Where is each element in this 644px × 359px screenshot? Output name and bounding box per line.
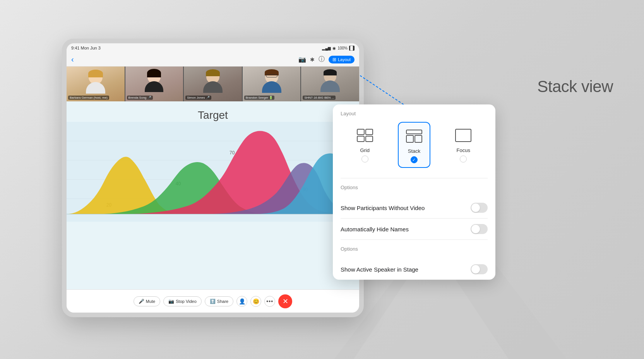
battery-icon: ▉ [349, 46, 355, 51]
participant-tile-brandon[interactable]: Brandon Seeger 🔋 [243, 67, 301, 101]
stop-video-button[interactable]: 📷 Stop Video [163, 296, 202, 306]
grid-radio[interactable] [361, 156, 368, 162]
options-section-header: Options [333, 178, 495, 197]
svg-rect-18 [456, 129, 471, 142]
signal-icon: ▂▄▆ [322, 46, 331, 50]
svg-line-10 [360, 75, 406, 106]
layout-button[interactable]: ⊞ Layout [329, 56, 355, 63]
svg-rect-17 [415, 135, 422, 142]
options-section-title: Options [341, 185, 488, 190]
share-icon: ⬆️ [210, 299, 216, 304]
mute-button[interactable]: 🎤 Mute [134, 296, 160, 306]
participant-name-shn: SHN7-16-BIG BEN ... [303, 96, 336, 100]
reactions-icon: 😊 [253, 298, 259, 304]
focus-label: Focus [457, 147, 470, 153]
page-title: Stack view [537, 77, 613, 96]
active-speaker-toggle[interactable] [471, 264, 488, 274]
svg-rect-16 [406, 135, 413, 142]
stop-video-label: Stop Video [176, 299, 197, 304]
active-speaker-label: Show Active Speaker in Stage [341, 266, 418, 273]
end-icon: ✕ [283, 297, 288, 306]
participants-icon: 👤 [239, 298, 245, 304]
participant-tile-brenda[interactable]: Brenda Song 🎤 [125, 67, 183, 101]
layout-section-title: Layout [341, 111, 488, 116]
participant-name-brenda: Brenda Song 🎤 [127, 96, 153, 100]
bluetooth-icon[interactable]: ✱ [310, 56, 315, 63]
participant-name-brandon: Brandon Seeger 🔋 [244, 96, 275, 100]
layout-panel: Layout Grid [333, 104, 495, 280]
show-participants-toggle[interactable] [471, 203, 488, 213]
show-participants-label: Show Participants Without Video [341, 205, 425, 211]
stack-label: Stack [408, 148, 421, 154]
status-bar: 9:41 Mon Jun 3 ▂▄▆ ◉ 100% ▉ [67, 43, 359, 53]
status-time: 9:41 Mon Jun 3 [71, 46, 101, 50]
layout-section: Layout Grid [333, 104, 495, 178]
svg-text:70: 70 [230, 150, 235, 156]
participant-name-simon: Simon Jones 🎤 [185, 96, 211, 100]
ipad-side-button [62, 170, 63, 186]
wifi-icon: ◉ [332, 46, 336, 50]
mute-icon: 🎤 [139, 299, 144, 304]
svg-rect-15 [406, 130, 422, 134]
share-button[interactable]: ⬆️ Share [205, 296, 233, 306]
layout-option-focus[interactable]: Focus [448, 122, 479, 166]
participant-tile-shn[interactable]: SHN7-16-BIG BEN ... [301, 67, 359, 101]
focus-icon-box [452, 126, 475, 145]
reactions-button[interactable]: 😊 [250, 296, 261, 307]
participant-tile-simon[interactable]: Simon Jones 🎤 [184, 67, 242, 101]
mute-label: Mute [146, 299, 155, 304]
option-row-show-participants: Show Participants Without Video [333, 197, 495, 218]
ipad-screen: 9:41 Mon Jun 3 ▂▄▆ ◉ 100% ▉ ‹ 📷 ✱ ⓘ [67, 43, 359, 313]
status-right: ▂▄▆ ◉ 100% ▉ [322, 46, 355, 51]
stack-icon [406, 129, 423, 143]
back-button[interactable]: ‹ [71, 55, 74, 64]
share-label: Share [217, 299, 228, 304]
focus-icon [455, 128, 472, 142]
grid-label: Grid [360, 147, 370, 153]
participant-name-barbara: Barbara German (host, me) [68, 96, 109, 100]
focus-radio[interactable] [460, 156, 467, 162]
chart-svg: 20 40 70 90 [67, 121, 359, 222]
layout-btn-label: Layout [338, 57, 351, 62]
chart-area: Target 20 40 70 90 [67, 101, 359, 289]
layout-options: Grid Stack [341, 122, 488, 168]
grid-icon [356, 128, 373, 142]
svg-rect-11 [357, 129, 364, 135]
layout-option-grid[interactable]: Grid [349, 122, 380, 166]
options2-section-header: Options [333, 240, 495, 259]
svg-rect-14 [366, 136, 373, 142]
participant-strip: Barbara German (host, me) Brenda Song 🎤 … [67, 67, 359, 101]
svg-rect-13 [357, 136, 364, 142]
top-bar: ‹ 📷 ✱ ⓘ ⊞ Layout [67, 53, 359, 67]
battery-label: 100% [337, 46, 348, 50]
camera-icon[interactable]: 📷 [298, 56, 306, 63]
video-icon: 📷 [168, 299, 174, 304]
more-icon: ••• [266, 298, 273, 304]
top-right-icons: 📷 ✱ ⓘ ⊞ Layout [298, 55, 355, 63]
bottom-toolbar: 🎤 Mute 📷 Stop Video ⬆️ Share 👤 😊 ••• ✕ [67, 289, 359, 313]
grid-icon-box [353, 126, 377, 145]
more-button[interactable]: ••• [264, 296, 275, 307]
layout-option-stack[interactable]: Stack [398, 122, 430, 168]
option-row-active-speaker: Show Active Speaker in Stage [333, 259, 495, 280]
ipad-device: 9:41 Mon Jun 3 ▂▄▆ ◉ 100% ▉ ‹ 📷 ✱ ⓘ [62, 39, 364, 317]
participants-button[interactable]: 👤 [236, 296, 247, 307]
auto-hide-names-label: Automatically Hide Names [341, 226, 409, 232]
auto-hide-names-toggle[interactable] [471, 224, 488, 234]
info-icon[interactable]: ⓘ [319, 55, 325, 63]
layout-btn-icon: ⊞ [332, 57, 336, 62]
option-row-auto-hide: Automatically Hide Names [333, 219, 495, 239]
svg-rect-12 [366, 129, 373, 135]
participant-tile-barbara[interactable]: Barbara German (host, me) [67, 67, 125, 101]
stack-icon-box [402, 127, 426, 146]
end-button[interactable]: ✕ [278, 294, 292, 308]
options2-section-title: Options [341, 246, 488, 252]
chart-title: Target [198, 109, 228, 121]
stack-radio[interactable] [411, 156, 418, 163]
